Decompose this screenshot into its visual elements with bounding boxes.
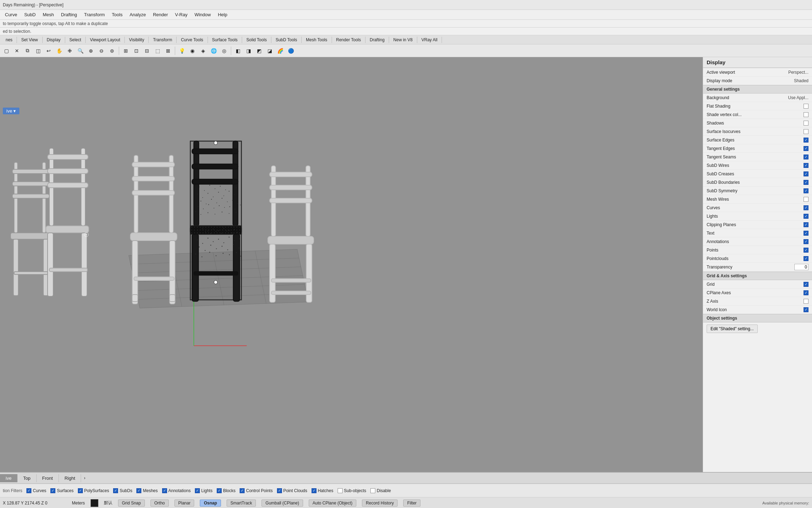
tab-new-v8[interactable]: New in V8 <box>389 37 417 43</box>
background-row[interactable]: Background Use Appl... <box>703 93 812 102</box>
subd-creases-row[interactable]: SubD Creases <box>703 170 812 178</box>
tool-display1[interactable]: ◧ <box>233 46 243 56</box>
filter-surfaces[interactable]: Surfaces <box>50 488 73 493</box>
filter-sub-objects-checkbox[interactable] <box>338 488 343 493</box>
menu-transform[interactable]: Transform <box>81 11 109 18</box>
pointclouds-row[interactable]: Pointclouds <box>703 254 812 263</box>
filter-hatches-checkbox[interactable] <box>312 488 316 493</box>
record-history-btn[interactable]: Record History <box>362 500 398 507</box>
tool-display4[interactable]: ◪ <box>265 46 275 56</box>
surface-isocurves-row[interactable]: Surface Isocurves <box>703 127 812 136</box>
viewport-label[interactable]: ive ▾ <box>3 108 19 114</box>
subd-symmetry-row[interactable]: SubD Symmetry <box>703 187 812 195</box>
color-swatch[interactable] <box>91 499 98 507</box>
transparency-input[interactable] <box>794 264 808 270</box>
tool-mat2[interactable]: ◈ <box>198 46 208 56</box>
tangent-edges-checkbox[interactable] <box>804 146 808 151</box>
tool-pan[interactable]: ✋ <box>54 46 64 56</box>
curves-row[interactable]: Curves <box>703 204 812 212</box>
edit-shaded-button[interactable]: Edit "Shaded" setting... <box>707 325 758 333</box>
tool-display2[interactable]: ◨ <box>244 46 253 56</box>
menu-drafting[interactable]: Drafting <box>57 11 81 18</box>
tool-zoom-window[interactable]: 🔍 <box>75 46 85 56</box>
filter-control-points-checkbox[interactable] <box>240 488 245 493</box>
filter-polysurfaces-checkbox[interactable] <box>78 488 83 493</box>
menu-help[interactable]: Help <box>214 11 231 18</box>
menu-subd[interactable]: SubD <box>21 11 39 18</box>
subd-wires-row[interactable]: SubD Wires <box>703 161 812 170</box>
shade-vertex-checkbox[interactable] <box>804 112 808 117</box>
filter-point-clouds-checkbox[interactable] <box>277 488 282 493</box>
surface-isocurves-checkbox[interactable] <box>804 129 808 134</box>
z-axis-row[interactable]: Z Axis <box>703 297 812 306</box>
filter-annotations-checkbox[interactable] <box>162 488 167 493</box>
clipping-planes-row[interactable]: Clipping Planes <box>703 220 812 229</box>
gumball-btn[interactable]: Gumball (CPlane) <box>262 500 303 507</box>
menu-curve[interactable]: Curve <box>1 11 21 18</box>
shadows-checkbox[interactable] <box>804 121 808 126</box>
tool-render2[interactable]: ◎ <box>219 46 229 56</box>
lights-checkbox[interactable] <box>804 214 808 219</box>
tab-curve-tools[interactable]: Curve Tools <box>177 37 208 43</box>
text-row[interactable]: Text <box>703 229 812 237</box>
filter-meshes-checkbox[interactable] <box>136 488 141 493</box>
tab-subd-tools[interactable]: SubD Tools <box>271 37 302 43</box>
tool-snap2[interactable]: ⊟ <box>142 46 152 56</box>
vp-tab-right[interactable]: Right <box>59 474 81 482</box>
grid-row[interactable]: Grid <box>703 280 812 289</box>
tool-select[interactable]: ▢ <box>1 46 11 56</box>
annotations-row[interactable]: Annotations <box>703 237 812 246</box>
tool-display5[interactable]: 🌈 <box>275 46 285 56</box>
smarttrack-btn[interactable]: SmartTrack <box>227 500 256 507</box>
tool-mat1[interactable]: ◉ <box>187 46 197 56</box>
filter-surfaces-checkbox[interactable] <box>50 488 55 493</box>
filter-meshes[interactable]: Meshes <box>136 488 158 493</box>
filter-disable-checkbox[interactable] <box>370 488 375 493</box>
filter-lights-checkbox[interactable] <box>195 488 200 493</box>
cplane-axes-checkbox[interactable] <box>804 290 808 295</box>
tool-copy[interactable]: ⧉ <box>23 46 32 56</box>
filter-polysurfaces[interactable]: PolySurfaces <box>78 488 109 493</box>
tool-snap1[interactable]: ⊡ <box>131 46 141 56</box>
filter-subds-checkbox[interactable] <box>113 488 118 493</box>
filter-control-points[interactable]: Control Points <box>240 488 272 493</box>
tangent-edges-row[interactable]: Tangent Edges <box>703 144 812 153</box>
points-checkbox[interactable] <box>804 248 808 253</box>
vp-tab-top[interactable]: Top <box>18 474 37 482</box>
text-checkbox[interactable] <box>804 231 808 236</box>
viewport[interactable]: ive ▾ <box>0 57 703 472</box>
mesh-wires-row[interactable]: Mesh Wires <box>703 195 812 204</box>
world-icon-row[interactable]: World Icon <box>703 306 812 314</box>
filter-blocks[interactable]: Blocks <box>217 488 235 493</box>
menu-mesh[interactable]: Mesh <box>39 11 57 18</box>
points-row[interactable]: Points <box>703 246 812 254</box>
tool-render1[interactable]: 🌐 <box>209 46 219 56</box>
mesh-wires-checkbox[interactable] <box>804 197 808 202</box>
tool-zoom2[interactable]: ⊖ <box>97 46 106 56</box>
vp-tab-perspective[interactable]: ive <box>0 474 18 482</box>
world-icon-checkbox[interactable] <box>804 307 808 312</box>
menu-window[interactable]: Window <box>191 11 214 18</box>
subd-creases-checkbox[interactable] <box>804 171 808 176</box>
auto-cplane-btn[interactable]: Auto CPlane (Object) <box>309 500 356 507</box>
transparency-row[interactable]: Transparency <box>703 263 812 272</box>
filter-annotations[interactable]: Annotations <box>162 488 191 493</box>
filter-curves[interactable]: Curves <box>26 488 46 493</box>
tab-visibility[interactable]: Visibility <box>125 37 149 43</box>
pointclouds-checkbox[interactable] <box>804 256 808 261</box>
tool-zoom3[interactable]: ⊚ <box>107 46 117 56</box>
tab-select[interactable]: Select <box>65 37 86 43</box>
surface-edges-checkbox[interactable] <box>804 138 808 143</box>
menu-analyze[interactable]: Analyze <box>126 11 149 18</box>
filter-btn[interactable]: Filter <box>403 500 420 507</box>
grid-snap-btn[interactable]: Grid Snap <box>118 500 145 507</box>
filter-sub-objects[interactable]: Sub-objects <box>338 488 366 493</box>
planar-btn[interactable]: Planar <box>174 500 195 507</box>
vp-tab-front[interactable]: Front <box>37 474 59 482</box>
tab-render-tools[interactable]: Render Tools <box>332 37 366 43</box>
tool-undo[interactable]: ↩ <box>44 46 54 56</box>
tool-zoom1[interactable]: ⊕ <box>86 46 96 56</box>
cplane-axes-row[interactable]: CPlane Axes <box>703 289 812 297</box>
shadows-row[interactable]: Shadows <box>703 119 812 127</box>
tab-viewport-layout[interactable]: Viewport Layout <box>86 37 125 43</box>
